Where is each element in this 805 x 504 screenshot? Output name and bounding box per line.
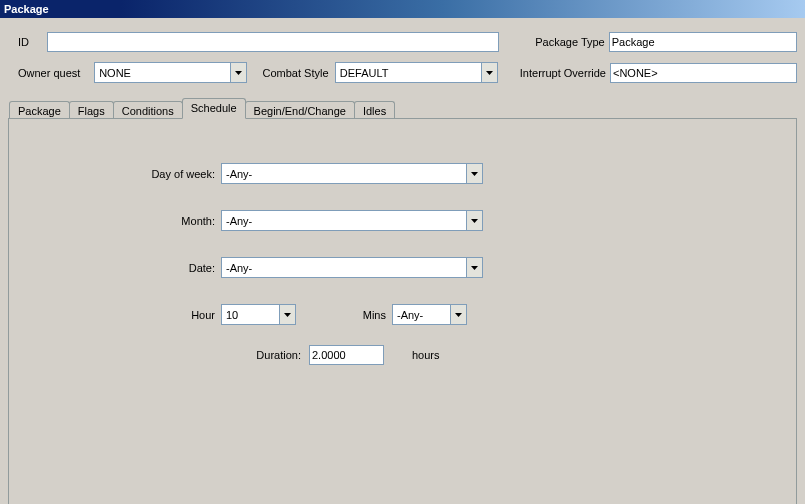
hour-label: Hour xyxy=(9,309,221,321)
date-combo[interactable]: -Any- xyxy=(221,257,483,278)
chevron-down-icon[interactable] xyxy=(279,305,295,324)
package-type-label: Package Type xyxy=(533,36,609,48)
window-titlebar: Package xyxy=(0,0,805,18)
interrupt-override-label: Interrupt Override xyxy=(516,67,610,79)
chevron-down-icon[interactable] xyxy=(466,258,482,277)
owner-quest-label: Owner quest xyxy=(18,67,94,79)
month-value: -Any- xyxy=(222,215,466,227)
chevron-down-icon[interactable] xyxy=(230,63,246,82)
tab-flags[interactable]: Flags xyxy=(69,101,114,119)
svg-marker-0 xyxy=(235,71,242,75)
duration-suffix: hours xyxy=(412,349,440,361)
owner-quest-value: NONE xyxy=(95,67,229,79)
tabpage-schedule: Day of week: -Any- Month: -Any- xyxy=(8,118,797,504)
top-panel: ID Package Type Owner quest NONE Combat … xyxy=(0,18,805,97)
svg-marker-4 xyxy=(471,266,478,270)
svg-marker-2 xyxy=(471,172,478,176)
tabstrip: Package Flags Conditions Schedule Begin/… xyxy=(9,97,797,118)
svg-marker-3 xyxy=(471,219,478,223)
duration-label: Duration: xyxy=(9,349,309,361)
tab-package[interactable]: Package xyxy=(9,101,70,119)
month-combo[interactable]: -Any- xyxy=(221,210,483,231)
hour-value: 10 xyxy=(222,309,279,321)
day-of-week-value: -Any- xyxy=(222,168,466,180)
chevron-down-icon[interactable] xyxy=(450,305,466,324)
tab-conditions[interactable]: Conditions xyxy=(113,101,183,119)
window-title: Package xyxy=(4,3,49,15)
id-input[interactable] xyxy=(47,32,499,52)
svg-marker-6 xyxy=(455,313,462,317)
chevron-down-icon[interactable] xyxy=(466,164,482,183)
combat-style-combo[interactable]: DEFAULT xyxy=(335,62,498,83)
id-label: ID xyxy=(18,36,47,48)
hour-combo[interactable]: 10 xyxy=(221,304,296,325)
interrupt-override-input[interactable] xyxy=(610,63,797,83)
mins-value: -Any- xyxy=(393,309,450,321)
mins-label: Mins xyxy=(322,309,392,321)
svg-marker-1 xyxy=(486,71,493,75)
mins-combo[interactable]: -Any- xyxy=(392,304,467,325)
combat-style-label: Combat Style xyxy=(263,67,335,79)
month-label: Month: xyxy=(9,215,221,227)
combat-style-value: DEFAULT xyxy=(336,67,481,79)
date-value: -Any- xyxy=(222,262,466,274)
owner-quest-combo[interactable]: NONE xyxy=(94,62,246,83)
svg-marker-5 xyxy=(284,313,291,317)
duration-input[interactable] xyxy=(309,345,384,365)
package-type-input[interactable] xyxy=(609,32,797,52)
tab-idles[interactable]: Idles xyxy=(354,101,395,119)
chevron-down-icon[interactable] xyxy=(481,63,497,82)
date-label: Date: xyxy=(9,262,221,274)
day-of-week-label: Day of week: xyxy=(9,168,221,180)
chevron-down-icon[interactable] xyxy=(466,211,482,230)
day-of-week-combo[interactable]: -Any- xyxy=(221,163,483,184)
tab-begin-end-change[interactable]: Begin/End/Change xyxy=(245,101,355,119)
tabs-wrap: Package Flags Conditions Schedule Begin/… xyxy=(8,97,797,504)
tab-schedule[interactable]: Schedule xyxy=(182,98,246,119)
